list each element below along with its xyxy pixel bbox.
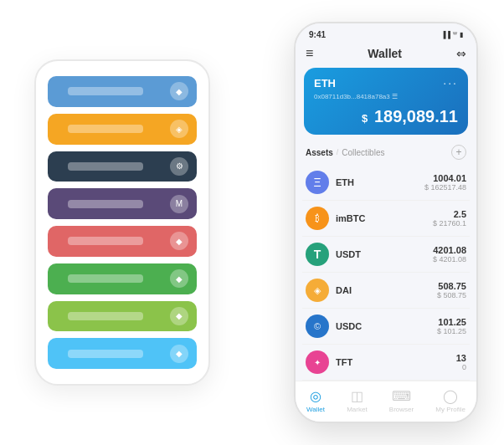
asset-amount: 1004.01 bbox=[424, 173, 466, 183]
list-item[interactable]: ◆ bbox=[48, 226, 197, 257]
scene: ◆ ◈ ⚙ M ◆ ◆ ◆ ◆ bbox=[9, 9, 495, 436]
asset-name: DAI bbox=[336, 285, 430, 295]
table-row[interactable]: Ξ ETH 1004.01 $ 162517.48 bbox=[302, 165, 470, 201]
asset-name: USDT bbox=[336, 249, 426, 259]
card-icon: ◆ bbox=[170, 269, 188, 288]
asset-usd: $ 4201.08 bbox=[433, 255, 466, 263]
nav-browser[interactable]: ⌨ Browser bbox=[389, 388, 414, 413]
asset-amount: 508.75 bbox=[437, 281, 466, 291]
asset-name: TFT bbox=[336, 357, 450, 367]
bottom-nav: ◎ Wallet ◫ Market ⌨ Browser ◯ My Profile bbox=[296, 381, 476, 422]
list-item[interactable]: ⚙ bbox=[48, 151, 197, 182]
card-icon: ◈ bbox=[170, 120, 188, 138]
status-time: 9:41 bbox=[309, 30, 326, 39]
assets-header: Assets / Collectibles + bbox=[296, 141, 476, 165]
nav-market[interactable]: ◫ Market bbox=[347, 388, 367, 413]
asset-amount: 2.5 bbox=[433, 209, 466, 219]
market-nav-icon: ◫ bbox=[351, 388, 363, 404]
main-phone: 9:41 ▐▐ ᵂ ▮ ≡ Wallet ⇔ ETH ··· 0x08711d3… bbox=[294, 22, 478, 423]
asset-amount: 13 bbox=[456, 353, 466, 363]
profile-nav-icon: ◯ bbox=[443, 388, 458, 404]
asset-list: Ξ ETH 1004.01 $ 162517.48 ₿ imBTC 2.5 $ … bbox=[296, 165, 476, 381]
asset-amount: 101.25 bbox=[437, 317, 466, 327]
signal-icon: ▐▐ bbox=[441, 31, 450, 38]
card-icon: ⚙ bbox=[170, 157, 188, 176]
card-icon: ◆ bbox=[170, 345, 188, 363]
wallet-nav-icon: ◎ bbox=[310, 388, 321, 404]
list-item[interactable]: ◆ bbox=[48, 263, 197, 294]
menu-icon[interactable]: ≡ bbox=[306, 46, 313, 61]
usdc-token-icon: © bbox=[306, 315, 329, 338]
asset-name: imBTC bbox=[336, 213, 426, 223]
eth-label: ETH bbox=[314, 77, 336, 90]
asset-name: ETH bbox=[336, 177, 418, 187]
eth-card[interactable]: ETH ··· 0x08711d3b...8418a78a3 ☰ $ 189,0… bbox=[304, 68, 468, 135]
scan-icon[interactable]: ⇔ bbox=[456, 47, 466, 60]
list-item[interactable]: ◈ bbox=[48, 114, 197, 145]
browser-nav-label: Browser bbox=[389, 406, 414, 413]
table-row[interactable]: ✦ TFT 13 0 bbox=[302, 345, 470, 381]
eth-card-header: ETH ··· bbox=[314, 76, 458, 90]
tab-assets[interactable]: Assets bbox=[306, 148, 333, 157]
asset-usd: $ 162517.48 bbox=[424, 183, 466, 192]
eth-balance: $ 189,089.11 bbox=[314, 107, 458, 126]
page-title: Wallet bbox=[368, 47, 402, 60]
phone-header: ≡ Wallet ⇔ bbox=[296, 43, 476, 68]
status-bar: 9:41 ▐▐ ᵂ ▮ bbox=[296, 23, 476, 43]
wifi-icon: ᵂ bbox=[453, 31, 457, 38]
asset-name: USDC bbox=[336, 321, 430, 331]
market-nav-label: Market bbox=[347, 406, 367, 413]
eth-token-icon: Ξ bbox=[306, 171, 329, 194]
background-phone: ◆ ◈ ⚙ M ◆ ◆ ◆ ◆ bbox=[34, 59, 210, 386]
dai-token-icon: ◈ bbox=[306, 279, 329, 302]
imbtc-token-icon: ₿ bbox=[306, 207, 329, 230]
card-icon: M bbox=[170, 195, 188, 213]
balance-currency: $ bbox=[362, 112, 368, 125]
table-row[interactable]: T USDT 4201.08 $ 4201.08 bbox=[302, 237, 470, 273]
asset-usd: 0 bbox=[456, 363, 466, 371]
battery-icon: ▮ bbox=[460, 31, 463, 38]
browser-nav-icon: ⌨ bbox=[392, 388, 411, 404]
table-row[interactable]: ₿ imBTC 2.5 $ 21760.1 bbox=[302, 201, 470, 237]
tab-collectibles[interactable]: Collectibles bbox=[342, 148, 384, 157]
list-item[interactable]: ◆ bbox=[48, 338, 197, 369]
card-icon: ◆ bbox=[170, 232, 188, 250]
profile-nav-label: My Profile bbox=[435, 406, 465, 413]
card-icon: ◆ bbox=[170, 307, 188, 325]
list-item[interactable]: ◆ bbox=[48, 76, 197, 107]
asset-usd: $ 101.25 bbox=[437, 327, 466, 335]
nav-wallet[interactable]: ◎ Wallet bbox=[306, 388, 325, 413]
list-item[interactable]: ◆ bbox=[48, 301, 197, 332]
add-asset-button[interactable]: + bbox=[451, 145, 466, 160]
status-icons: ▐▐ ᵂ ▮ bbox=[441, 31, 463, 38]
asset-usd: $ 508.75 bbox=[437, 291, 466, 299]
usdt-token-icon: T bbox=[306, 243, 329, 266]
asset-usd: $ 21760.1 bbox=[433, 219, 466, 228]
table-row[interactable]: © USDC 101.25 $ 101.25 bbox=[302, 309, 470, 345]
tab-divider: / bbox=[337, 148, 339, 156]
table-row[interactable]: ◈ DAI 508.75 $ 508.75 bbox=[302, 273, 470, 309]
eth-address: 0x08711d3b...8418a78a3 ☰ bbox=[314, 93, 458, 100]
list-item[interactable]: M bbox=[48, 188, 197, 219]
wallet-nav-label: Wallet bbox=[306, 406, 325, 413]
eth-menu-dots[interactable]: ··· bbox=[443, 76, 458, 90]
card-icon: ◆ bbox=[170, 82, 188, 100]
balance-amount: 189,089.11 bbox=[374, 107, 458, 125]
assets-tabs: Assets / Collectibles bbox=[306, 148, 384, 157]
nav-profile[interactable]: ◯ My Profile bbox=[435, 388, 465, 413]
tft-token-icon: ✦ bbox=[306, 350, 329, 374]
asset-amount: 4201.08 bbox=[433, 245, 466, 255]
